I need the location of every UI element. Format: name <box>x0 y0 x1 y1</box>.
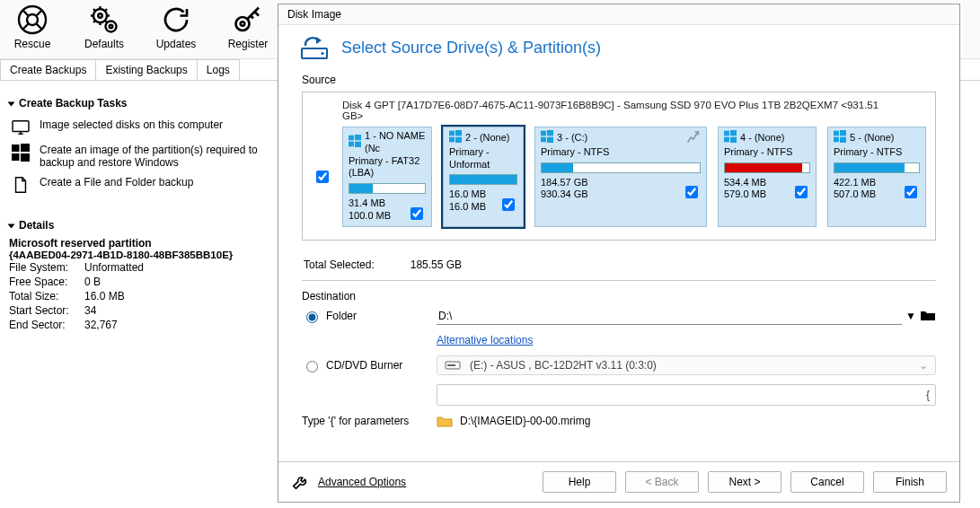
source-label: Source <box>302 74 936 86</box>
refresh-icon <box>160 4 192 36</box>
svg-line-3 <box>37 10 43 16</box>
partition-card[interactable]: 2 - (None)Primary - Unformat16.0 MB16.0 … <box>443 127 524 227</box>
source-box: Disk 4 GPT [7A17D7E6-08D7-4675-AC11-9073… <box>302 92 936 241</box>
task-label: Image selected disks on this computer <box>40 118 223 131</box>
partition-used: 16.0 MB <box>449 188 486 201</box>
tab-existing-backups[interactable]: Existing Backups <box>95 59 197 80</box>
destination-folder-radio[interactable]: Folder <box>302 309 428 323</box>
running-icon <box>684 131 701 149</box>
drive-arrow-icon <box>300 34 331 61</box>
advanced-options-link[interactable]: Advanced Options <box>291 472 406 492</box>
cancel-button[interactable]: Cancel <box>790 471 864 493</box>
partition-checkbox[interactable] <box>795 186 808 198</box>
svg-rect-18 <box>12 153 20 161</box>
usage-bar <box>834 162 920 173</box>
type-hint: Type '{' for parameters <box>302 415 428 427</box>
browse-folder-icon[interactable] <box>920 309 936 324</box>
dialog-header-text: Select Source Drive(s) & Partition(s) <box>341 39 601 57</box>
key-icon <box>232 4 264 36</box>
task-image-disks[interactable]: Image selected disks on this computer <box>9 115 260 140</box>
partition-number: 1 - NO NAME (Nc <box>365 130 426 155</box>
partition-card[interactable]: 3 - (C:)Primary - NTFS184.57 GB930.34 GB <box>534 127 707 227</box>
select-all-partitions-checkbox[interactable] <box>316 171 329 183</box>
svg-rect-40 <box>840 130 846 136</box>
svg-line-4 <box>22 24 29 31</box>
destination-burner-radio[interactable]: CD/DVD Burner <box>302 358 428 372</box>
partition-type: Primary - NTFS <box>724 146 810 159</box>
left-panel: Create Backup Tasks Image selected disks… <box>0 81 269 339</box>
folder-path-input[interactable] <box>437 308 902 325</box>
windows-icon <box>541 130 553 146</box>
alternative-locations-link[interactable]: Alternative locations <box>437 334 533 346</box>
lifebuoy-icon <box>16 4 49 36</box>
tab-logs[interactable]: Logs <box>197 59 240 80</box>
partition-card[interactable]: 4 - (None)Primary - NTFS534.4 MB579.0 MB <box>718 127 817 227</box>
svg-rect-25 <box>349 142 354 147</box>
windows-icon <box>724 130 737 146</box>
help-button[interactable]: Help <box>543 471 616 493</box>
partition-total: 930.34 GB <box>541 188 588 201</box>
tab-create-backups[interactable]: Create Backups <box>0 59 96 80</box>
windows-icon <box>834 130 846 146</box>
defaults-button[interactable]: Defaults <box>79 4 129 50</box>
partition-checkbox[interactable] <box>685 186 698 198</box>
partition-type: Primary - NTFS <box>834 146 920 159</box>
next-button[interactable]: Next > <box>708 471 781 493</box>
svg-rect-39 <box>834 131 839 136</box>
details-row: End Sector:32,767 <box>9 318 260 332</box>
partition-type: Primary - FAT32 (LBA) <box>349 155 426 180</box>
finish-button[interactable]: Finish <box>873 471 947 493</box>
svg-rect-44 <box>447 364 455 366</box>
svg-rect-33 <box>541 137 546 143</box>
task-file-folder[interactable]: Create a File and Folder backup <box>9 172 260 197</box>
partition-used: 31.4 MB <box>349 197 391 210</box>
partition-checkbox[interactable] <box>905 186 917 198</box>
svg-rect-13 <box>13 121 29 132</box>
svg-point-1 <box>27 14 38 25</box>
rescue-button[interactable]: Rescue <box>7 4 57 50</box>
svg-rect-37 <box>724 137 729 143</box>
partition-checkbox[interactable] <box>411 207 423 220</box>
svg-rect-24 <box>355 135 361 140</box>
svg-rect-26 <box>355 142 361 147</box>
partition-card[interactable]: 1 - NO NAME (NcPrimary - FAT32 (LBA)31.4… <box>342 127 432 227</box>
details-row: File System:Unformatted <box>9 260 260 275</box>
svg-rect-42 <box>840 137 846 143</box>
burner-value: (E:) - ASUS , BC-12D2HT v3.11 (0:3:0) <box>470 359 657 372</box>
partition-number: 5 - (None) <box>850 132 895 145</box>
updates-button[interactable]: Updates <box>151 4 201 50</box>
optical-drive-icon <box>445 360 461 371</box>
parameter-field[interactable]: { <box>437 384 936 406</box>
folder-dropdown-icon[interactable]: ▼ <box>905 310 916 322</box>
rescue-label: Rescue <box>14 38 51 50</box>
gears-icon <box>88 4 120 36</box>
back-button[interactable]: < Back <box>625 471 699 493</box>
partition-card[interactable]: 5 - (None)Primary - NTFS422.1 MB507.0 MB <box>827 127 926 227</box>
tasks-heading: Create Backup Tasks <box>9 97 260 109</box>
svg-rect-35 <box>724 131 729 136</box>
partition-checkbox[interactable] <box>502 198 515 211</box>
monitor-icon <box>11 118 31 136</box>
usage-bar <box>349 183 426 194</box>
task-image-windows[interactable]: Create an image of the partition(s) requ… <box>9 140 260 172</box>
details-title: Microsoft reserved partition <box>9 237 260 250</box>
dialog-title: Disk Image <box>278 4 959 25</box>
svg-point-8 <box>106 22 117 32</box>
partition-type: Primary - Unformat <box>449 146 517 171</box>
register-button[interactable]: Register <box>223 4 273 50</box>
burner-select[interactable]: (E:) - ASUS , BC-12D2HT v3.11 (0:3:0) ⌄ <box>437 355 936 375</box>
svg-line-2 <box>22 10 29 16</box>
svg-rect-16 <box>12 145 20 152</box>
svg-rect-30 <box>455 137 462 143</box>
windows-icon <box>11 144 31 162</box>
svg-rect-23 <box>349 136 354 141</box>
details-row: Free Space:0 B <box>9 275 260 289</box>
details-guid: {4AABED04-2971-4B1D-8180-48BF385BB10E} <box>9 250 260 260</box>
partition-used: 534.4 MB <box>724 177 766 189</box>
details-row: Start Sector:34 <box>9 303 260 318</box>
svg-rect-17 <box>21 144 30 152</box>
svg-rect-28 <box>455 130 462 136</box>
updates-label: Updates <box>156 38 197 50</box>
svg-rect-38 <box>730 137 737 143</box>
partition-number: 2 - (None) <box>465 132 510 145</box>
